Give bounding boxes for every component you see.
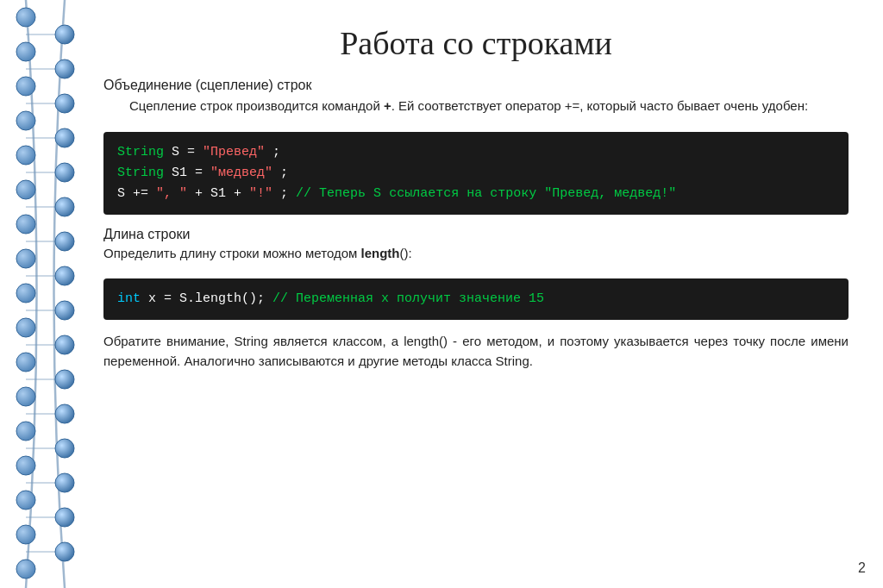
code-line-1: String S = "Превед" ; <box>117 142 835 163</box>
svg-point-36 <box>55 128 74 147</box>
svg-point-16 <box>16 8 35 27</box>
section3-body: Обратите внимание, String является класс… <box>103 332 849 371</box>
section1-body-text: Сцепление строк производится командой +.… <box>129 97 808 116</box>
svg-point-35 <box>55 94 74 113</box>
code-normal-4: + S1 + <box>195 186 249 201</box>
svg-point-37 <box>55 163 74 182</box>
section2-body: Определить длину строки можно методом le… <box>103 244 849 264</box>
kw-int: int <box>117 291 141 306</box>
svg-point-47 <box>55 508 74 527</box>
page-number: 2 <box>858 560 866 576</box>
semicolon-2: ; <box>280 166 288 180</box>
svg-point-18 <box>16 77 35 96</box>
svg-point-23 <box>16 249 35 268</box>
svg-point-28 <box>16 422 35 441</box>
svg-point-27 <box>16 387 35 406</box>
svg-point-20 <box>16 146 35 165</box>
svg-point-25 <box>16 318 35 337</box>
svg-point-24 <box>16 284 35 303</box>
svg-point-46 <box>55 473 74 492</box>
code-comment-1: // Теперь S ссылается на строку "Превед,… <box>296 186 676 201</box>
svg-point-22 <box>16 215 35 234</box>
semicolon-1: ; <box>272 145 280 160</box>
code-comment-2: // Переменная x получит значение 15 <box>272 291 544 306</box>
svg-point-39 <box>55 232 74 251</box>
code-normal-2: S1 = <box>172 166 210 180</box>
string-literal-2: "медвед" <box>210 166 272 180</box>
svg-point-44 <box>55 404 74 423</box>
slide-title: Работа со строками <box>103 24 849 62</box>
section1-heading: Объединение (сцепление) строк <box>103 78 849 93</box>
svg-point-21 <box>16 180 35 199</box>
section1-body: Сцепление строк производится командой +.… <box>103 97 849 116</box>
svg-point-43 <box>55 370 74 389</box>
svg-point-42 <box>55 335 74 354</box>
svg-point-26 <box>16 353 35 372</box>
code-line-2: String S1 = "медвед" ; <box>117 163 835 184</box>
code-block-1: String S = "Превед" ; String S1 = "медве… <box>103 132 849 215</box>
svg-point-31 <box>16 525 35 544</box>
code-line-3: S += ", " + S1 + "!" ; // Теперь S ссыла… <box>117 184 835 204</box>
svg-point-17 <box>16 42 35 61</box>
svg-point-32 <box>16 560 35 579</box>
svg-point-41 <box>55 301 74 320</box>
string-literal-3: ", " <box>156 186 187 201</box>
section2-heading: Длина строки <box>103 227 849 242</box>
code-line-4: int x = S.length(); // Переменная x полу… <box>117 289 835 310</box>
svg-point-30 <box>16 491 35 510</box>
semicolon-3: ; <box>280 186 296 201</box>
content-area: Работа со строками Объединение (сцеплени… <box>95 0 883 588</box>
dna-decoration <box>0 0 95 588</box>
svg-point-38 <box>55 197 74 216</box>
kw-string-2: String <box>117 166 164 180</box>
svg-point-34 <box>55 59 74 78</box>
svg-point-19 <box>16 111 35 130</box>
string-literal-1: "Превед" <box>203 145 265 160</box>
kw-string-1: String <box>117 145 164 160</box>
code-normal-3: S += <box>117 186 156 201</box>
slide-container: Работа со строками Объединение (сцеплени… <box>0 0 883 588</box>
code-block-2: int x = S.length(); // Переменная x полу… <box>103 278 849 320</box>
svg-point-40 <box>55 266 74 285</box>
svg-point-48 <box>55 542 74 561</box>
svg-point-33 <box>55 25 74 44</box>
svg-point-29 <box>16 456 35 475</box>
svg-point-45 <box>55 439 74 458</box>
code-normal-5: x = S.length(); <box>148 291 272 306</box>
code-normal-1: S = <box>172 145 203 160</box>
string-literal-4: "!" <box>249 186 272 201</box>
